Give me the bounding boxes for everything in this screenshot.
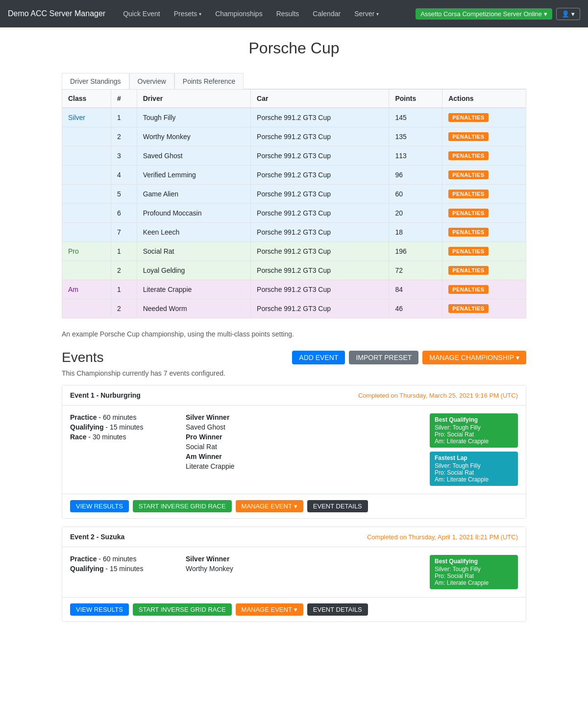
event-status: Completed on Thursday, April 1, 2021 8:2… xyxy=(367,533,518,541)
user-button[interactable]: 👤 ▾ xyxy=(556,8,580,20)
penalties-button[interactable]: PENALTIES xyxy=(448,304,488,313)
cell-driver: Loyal Gelding xyxy=(137,261,250,280)
nav-quick-event[interactable]: Quick Event xyxy=(117,6,166,22)
cell-driver: Game Alien xyxy=(137,185,250,204)
winner-item: Silver Winner xyxy=(186,555,422,563)
table-row: Silver 1 Tough Filly Porsche 991.2 GT3 C… xyxy=(62,108,526,127)
table-row: 6 Profound Moccasin Porsche 991.2 GT3 Cu… xyxy=(62,204,526,223)
table-row: 5 Game Alien Porsche 991.2 GT3 Cup 60 PE… xyxy=(62,185,526,204)
tab-points-reference[interactable]: Points Reference xyxy=(174,73,244,89)
session-item: Qualifying - 15 minutes xyxy=(70,565,178,573)
cell-actions: PENALTIES xyxy=(442,204,526,223)
cell-actions: PENALTIES xyxy=(442,242,526,261)
cell-car: Porsche 991.2 GT3 Cup xyxy=(251,261,389,280)
manage-event-button[interactable]: MANAGE EVENT ▾ xyxy=(236,603,303,616)
table-row: Pro 1 Social Rat Porsche 991.2 GT3 Cup 1… xyxy=(62,242,526,261)
penalties-button[interactable]: PENALTIES xyxy=(448,266,488,275)
penalties-button[interactable]: PENALTIES xyxy=(448,113,488,122)
fastest-lap-silver: Silver: Tough Filly xyxy=(435,462,513,469)
manage-event-button[interactable]: MANAGE EVENT ▾ xyxy=(236,500,303,512)
cell-car: Porsche 991.2 GT3 Cup xyxy=(251,166,389,185)
view-results-button[interactable]: VIEW RESULTS xyxy=(70,500,129,512)
events-section-title: Events xyxy=(62,350,104,365)
best-qualifying-am: Am: Literate Crappie xyxy=(435,579,513,586)
events-actions: ADD EVENT IMPORT PRESET MANAGE CHAMPIONS… xyxy=(292,351,526,364)
nav-server[interactable]: Server ▾ xyxy=(348,6,385,22)
events-header: Events ADD EVENT IMPORT PRESET MANAGE CH… xyxy=(62,350,526,365)
nav-championships[interactable]: Championships xyxy=(209,6,269,22)
cell-driver: Worthy Monkey xyxy=(137,127,250,146)
event-footer: VIEW RESULTS START INVERSE GRID RACE MAN… xyxy=(62,494,526,518)
cell-driver: Profound Moccasin xyxy=(137,204,250,223)
table-row: 2 Loyal Gelding Porsche 991.2 GT3 Cup 72… xyxy=(62,261,526,280)
tab-overview[interactable]: Overview xyxy=(129,73,174,89)
table-row: Am 1 Literate Crappie Porsche 991.2 GT3 … xyxy=(62,280,526,299)
nav-right: Assetto Corsa Competizione Server Online… xyxy=(416,8,580,20)
cell-actions: PENALTIES xyxy=(442,108,526,127)
view-results-button[interactable]: VIEW RESULTS xyxy=(70,603,129,616)
server-status-badge[interactable]: Assetto Corsa Competizione Server Online… xyxy=(416,8,552,20)
event-footer: VIEW RESULTS START INVERSE GRID RACE MAN… xyxy=(62,597,526,622)
cell-num: 7 xyxy=(111,223,137,242)
best-qualifying-title: Best Qualifying xyxy=(435,416,513,423)
navbar-brand[interactable]: Demo ACC Server Manager xyxy=(8,9,105,18)
table-row: 2 Worthy Monkey Porsche 991.2 GT3 Cup 13… xyxy=(62,127,526,146)
tab-driver-standings[interactable]: Driver Standings xyxy=(62,73,129,89)
nav-calendar[interactable]: Calendar xyxy=(307,6,346,22)
event-details-button[interactable]: EVENT DETAILS xyxy=(307,603,368,616)
penalties-button[interactable]: PENALTIES xyxy=(448,190,488,198)
fastest-lap-am: Am: Literate Crappie xyxy=(435,476,513,483)
import-preset-button[interactable]: IMPORT PRESET xyxy=(349,351,418,364)
session-item: Practice - 60 minutes xyxy=(70,555,178,563)
cell-num: 1 xyxy=(111,108,137,127)
start-inverse-grid-button[interactable]: START INVERSE GRID RACE xyxy=(133,603,232,616)
nav-presets[interactable]: Presets ▾ xyxy=(168,6,207,22)
penalties-button[interactable]: PENALTIES xyxy=(448,285,488,294)
cell-class: Silver xyxy=(62,108,111,127)
penalties-button[interactable]: PENALTIES xyxy=(448,151,488,160)
col-actions: Actions xyxy=(442,90,526,108)
manage-event-label: MANAGE EVENT xyxy=(242,606,292,613)
cell-actions: PENALTIES xyxy=(442,280,526,299)
start-inverse-grid-button[interactable]: START INVERSE GRID RACE xyxy=(133,500,232,512)
penalties-button[interactable]: PENALTIES xyxy=(448,247,488,256)
add-event-button[interactable]: ADD EVENT xyxy=(292,351,345,364)
penalties-button[interactable]: PENALTIES xyxy=(448,228,488,237)
event-details-button[interactable]: EVENT DETAILS xyxy=(307,500,368,512)
manage-championship-button[interactable]: MANAGE CHAMPIONSHIP ▾ xyxy=(422,351,526,364)
cell-num: 4 xyxy=(111,166,137,185)
cell-points: 96 xyxy=(389,166,442,185)
penalties-button[interactable]: PENALTIES xyxy=(448,170,488,179)
tabs: Driver Standings Overview Points Referen… xyxy=(62,73,526,89)
cell-driver: Literate Crappie xyxy=(137,280,250,299)
cell-points: 135 xyxy=(389,127,442,146)
cell-actions: PENALTIES xyxy=(442,166,526,185)
event-winners: Silver WinnerSaved GhostPro WinnerSocial… xyxy=(186,413,422,486)
cell-points: 20 xyxy=(389,204,442,223)
cell-points: 145 xyxy=(389,108,442,127)
cell-points: 113 xyxy=(389,146,442,166)
event-sessions: Practice - 60 minutesQualifying - 15 min… xyxy=(70,555,178,589)
cell-car: Porsche 991.2 GT3 Cup xyxy=(251,108,389,127)
penalties-button[interactable]: PENALTIES xyxy=(448,209,488,217)
manage-championship-caret: ▾ xyxy=(516,354,519,361)
events-count: This Championship currently has 7 events… xyxy=(62,369,526,377)
server-status-text: Assetto Corsa Competizione Server Online xyxy=(420,10,542,18)
penalties-button[interactable]: PENALTIES xyxy=(448,132,488,141)
cell-actions: PENALTIES xyxy=(442,146,526,166)
table-row: 2 Needed Worm Porsche 991.2 GT3 Cup 46 P… xyxy=(62,299,526,318)
nav-results[interactable]: Results xyxy=(270,6,305,22)
cell-class xyxy=(62,223,111,242)
event-winners: Silver WinnerWorthy Monkey xyxy=(186,555,422,589)
best-qualifying-silver: Silver: Tough Filly xyxy=(435,424,513,431)
winner-driver: Literate Crappie xyxy=(186,462,422,470)
cell-points: 46 xyxy=(389,299,442,318)
event-body: Practice - 60 minutesQualifying - 15 min… xyxy=(62,547,526,597)
cell-class xyxy=(62,146,111,166)
page-title: Porsche Cup xyxy=(62,39,526,57)
page-container: Porsche Cup Driver Standings Overview Po… xyxy=(54,27,534,642)
fastest-lap-title: Fastest Lap xyxy=(435,455,513,461)
manage-event-caret: ▾ xyxy=(294,503,297,510)
session-item: Race - 30 minutes xyxy=(70,433,178,441)
winner-item: Silver Winner xyxy=(186,413,422,421)
